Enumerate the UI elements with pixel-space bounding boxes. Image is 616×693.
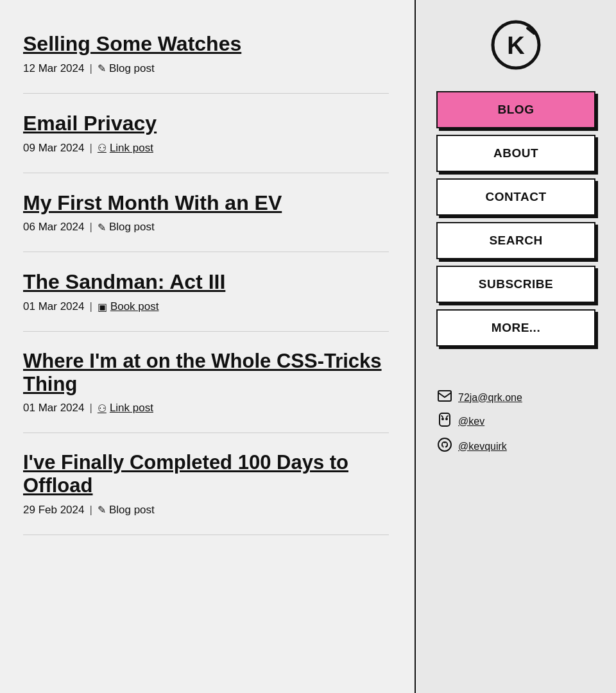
- post-date: 09 Mar 2024: [23, 142, 84, 155]
- post-title[interactable]: Selling Some Watches: [23, 32, 389, 56]
- list-item: Where I'm at on the Whole CSS-Tricks Thi…: [23, 332, 389, 433]
- edit-icon: ✎: [98, 221, 106, 234]
- site-logo: K: [490, 19, 542, 73]
- nav-button-contact[interactable]: CONTACT: [436, 178, 595, 216]
- post-date: 06 Mar 2024: [23, 221, 84, 234]
- post-meta: 06 Mar 2024 | ✎ Blog post: [23, 221, 389, 234]
- link-icon: ⚇: [98, 142, 107, 154]
- link-icon: ⚇: [98, 402, 107, 415]
- post-title[interactable]: Email Privacy: [23, 112, 389, 135]
- github-icon: [438, 438, 452, 455]
- nav-button-more[interactable]: MORE...: [436, 309, 595, 346]
- post-date: 01 Mar 2024: [23, 300, 84, 313]
- post-date: 01 Mar 2024: [23, 402, 84, 415]
- svg-point-5: [441, 418, 444, 420]
- post-meta: 09 Mar 2024 | ⚇ Link post: [23, 142, 389, 155]
- post-type: ✎ Blog post: [98, 62, 155, 75]
- post-title[interactable]: Where I'm at on the Whole CSS-Tricks Thi…: [23, 350, 389, 395]
- contact-item: @kev: [438, 413, 594, 430]
- post-date: 29 Feb 2024: [23, 504, 84, 517]
- separator: |: [89, 142, 92, 155]
- email-icon: [438, 390, 452, 405]
- list-item: I've Finally Completed 100 Days to Offlo…: [23, 433, 389, 535]
- list-item: Email Privacy 09 Mar 2024 | ⚇ Link post: [23, 94, 389, 173]
- post-type: ✎ Blog post: [98, 221, 155, 234]
- separator: |: [89, 221, 92, 234]
- contact-item: @kevquirk: [438, 438, 594, 455]
- contact-item: 72ja@qrk.one: [438, 390, 594, 405]
- post-type-link[interactable]: ⚇ Link post: [98, 142, 153, 155]
- svg-rect-3: [438, 391, 451, 401]
- svg-point-6: [445, 418, 448, 420]
- separator: |: [89, 402, 92, 415]
- edit-icon: ✎: [98, 62, 106, 74]
- separator: |: [89, 62, 92, 75]
- contact-section: 72ja@qrk.one @kev @kevquirk: [431, 390, 601, 463]
- nav-button-blog[interactable]: BLOG: [436, 91, 595, 128]
- post-meta: 12 Mar 2024 | ✎ Blog post: [23, 62, 389, 75]
- nav-button-about[interactable]: ABOUT: [436, 135, 595, 172]
- book-icon: ▣: [98, 301, 107, 313]
- post-type-link[interactable]: ▣ Book post: [98, 300, 159, 313]
- post-title[interactable]: I've Finally Completed 100 Days to Offlo…: [23, 451, 389, 497]
- list-item: My First Month With an EV 06 Mar 2024 | …: [23, 173, 389, 253]
- svg-rect-4: [440, 413, 450, 426]
- separator: |: [89, 504, 92, 517]
- sidebar: K BLOGABOUTCONTACTSEARCHSUBSCRIBEMORE...…: [416, 0, 616, 693]
- list-item: The Sandman: Act III 01 Mar 2024 | ▣ Boo…: [23, 252, 389, 332]
- post-type: ✎ Blog post: [98, 504, 155, 517]
- edit-icon: ✎: [98, 504, 106, 516]
- posts-column: Selling Some Watches 12 Mar 2024 | ✎ Blo…: [0, 0, 416, 693]
- post-meta: 01 Mar 2024 | ▣ Book post: [23, 300, 389, 313]
- list-item: Selling Some Watches 12 Mar 2024 | ✎ Blo…: [23, 19, 389, 94]
- main-nav: BLOGABOUTCONTACTSEARCHSUBSCRIBEMORE...: [431, 91, 601, 353]
- nav-button-search[interactable]: SEARCH: [436, 222, 595, 259]
- contact-link[interactable]: @kev: [458, 416, 484, 427]
- svg-point-7: [438, 438, 451, 451]
- svg-text:K: K: [507, 32, 525, 59]
- post-title[interactable]: My First Month With an EV: [23, 191, 389, 215]
- contact-link[interactable]: @kevquirk: [458, 441, 507, 452]
- post-title[interactable]: The Sandman: Act III: [23, 270, 389, 294]
- separator: |: [89, 300, 92, 313]
- contact-link[interactable]: 72ja@qrk.one: [458, 392, 522, 404]
- post-meta: 01 Mar 2024 | ⚇ Link post: [23, 402, 389, 415]
- post-date: 12 Mar 2024: [23, 62, 84, 75]
- nav-button-subscribe[interactable]: SUBSCRIBE: [436, 266, 595, 303]
- mastodon-icon: [438, 413, 452, 430]
- post-type-link[interactable]: ⚇ Link post: [98, 402, 153, 415]
- post-meta: 29 Feb 2024 | ✎ Blog post: [23, 504, 389, 517]
